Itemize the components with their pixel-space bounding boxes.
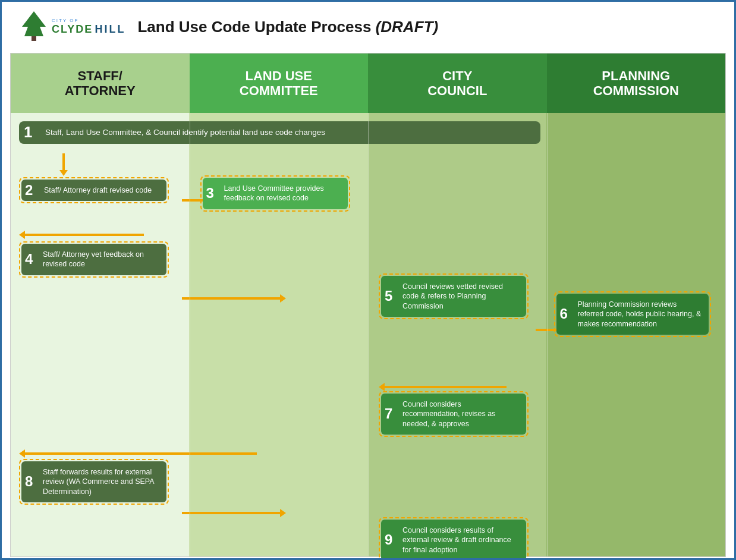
arrow-3-to-4: [19, 231, 144, 239]
step-5-dotted: 5 Council reviews vetted revised code & …: [379, 273, 529, 319]
step-7-text: Council considers recommendation, revise…: [402, 400, 495, 428]
clyde-label: CLYDE: [52, 23, 93, 35]
step-7-box: 7 Council considers recommendation, revi…: [381, 394, 526, 435]
step-6-num: 6: [560, 305, 568, 323]
col-header-planning: PLANNINGCOMMISSION: [547, 54, 726, 113]
page-title: Land Use Code Update Process (DRAFT): [137, 18, 438, 36]
svg-rect-1: [32, 36, 36, 41]
step-9-dotted: 9 Council considers results of external …: [379, 517, 529, 560]
step-5-box: 5 Council reviews vetted revised code & …: [381, 276, 526, 317]
step-3-box: 3 Land Use Committee provides feedback o…: [203, 178, 348, 209]
step-6-text: Planning Commission reviews referred cod…: [578, 300, 702, 328]
svg-marker-0: [22, 11, 46, 36]
step-6-box: 6 Planning Commission reviews referred c…: [556, 294, 709, 335]
col-header-council: CITYCOUNCIL: [368, 54, 547, 113]
arrow-8-to-9: [182, 509, 286, 517]
step-5-num: 5: [385, 287, 392, 306]
col-header-land-use: LAND USECOMMITTEE: [190, 54, 369, 113]
step-2-num: 2: [25, 181, 33, 200]
flow-container: 1 Staff, Land Use Committee, & Council i…: [11, 113, 725, 556]
logo: CITY OF CLYDE HILL: [16, 9, 125, 45]
logo-icon: [16, 9, 52, 45]
divider-3: [547, 113, 548, 556]
step-1-num: 1: [24, 122, 32, 143]
step-7-dotted: 7 Council considers recommendation, revi…: [379, 391, 529, 437]
step-8-box: 8 Staff forwards results for external re…: [21, 461, 166, 502]
step-8-dotted: 8 Staff forwards results for external re…: [19, 459, 169, 505]
step-2-box: 2 Staff/ Attorney draft revised code: [21, 180, 166, 201]
step-7-num: 7: [385, 405, 392, 423]
step-6-dotted: 6 Planning Commission reviews referred c…: [554, 291, 711, 337]
diagram: STAFF/ATTORNEY LAND USECOMMITTEE CITYCOU…: [10, 53, 726, 557]
hill-label: HILL: [95, 23, 125, 35]
step-3-dotted: 3 Land Use Committee provides feedback o…: [200, 175, 350, 212]
arrow-1-to-2: [59, 153, 68, 176]
col-header-staff: STAFF/ATTORNEY: [11, 54, 190, 113]
step-4-num: 4: [25, 250, 33, 269]
step-2-text: Staff/ Attorney draft revised code: [44, 186, 152, 194]
step-4-text: Staff/ Attorney vet feedback on revised …: [43, 250, 144, 268]
column-headers: STAFF/ATTORNEY LAND USECOMMITTEE CITYCOU…: [11, 54, 725, 113]
step-2-dotted: 2 Staff/ Attorney draft revised code: [19, 177, 169, 203]
step-4-dotted: 4 Staff/ Attorney vet feedback on revise…: [19, 241, 169, 278]
step-9-text: Council considers results of external re…: [402, 526, 511, 554]
step-9-num: 9: [385, 531, 392, 549]
arrow-4-to-5: [182, 294, 286, 303]
divider-1: [190, 113, 190, 556]
divider-2: [368, 113, 369, 556]
step-8-num: 8: [25, 473, 33, 491]
step-1-text: Staff, Land Use Committee, & Council ide…: [45, 128, 325, 137]
step-8-text: Staff forwards results for external revi…: [43, 468, 154, 496]
page-header: CITY OF CLYDE HILL Land Use Code Update …: [2, 2, 734, 49]
step-5-text: Council reviews vetted revised code & re…: [402, 282, 503, 310]
step-3-text: Land Use Committee provides feedback on …: [224, 184, 324, 202]
step-3-num: 3: [206, 184, 214, 203]
step-9-box: 9 Council considers results of external …: [381, 520, 526, 560]
step-1-box: 1 Staff, Land Use Committee, & Council i…: [19, 121, 540, 144]
arrow-6-to-7: [379, 383, 507, 391]
step-4-box: 4 Staff/ Attorney vet feedback on revise…: [21, 244, 166, 275]
arrow-7-to-8: [19, 449, 257, 458]
